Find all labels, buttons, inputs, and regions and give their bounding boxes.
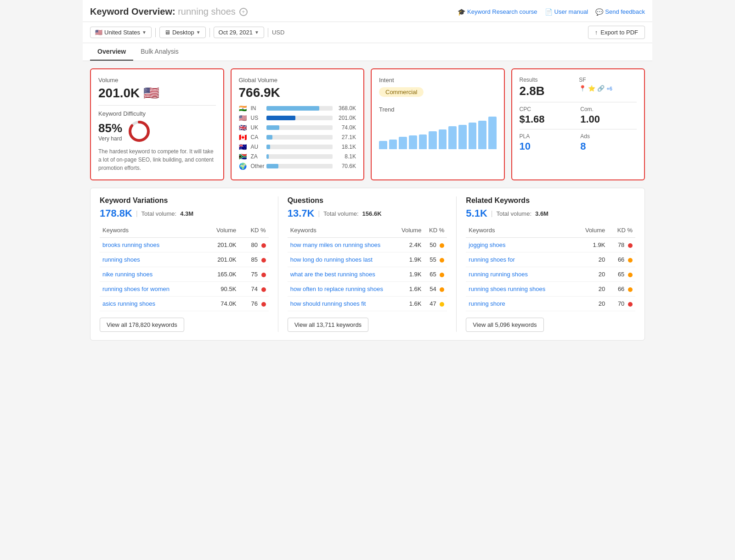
date-selector[interactable]: Oct 29, 2021 ▼ (214, 27, 264, 38)
results-top: Results 2.8B SF 📍 ⭐ 🔗 +6 (520, 77, 637, 98)
results-section: Results 2.8B (520, 77, 577, 98)
user-manual-link[interactable]: 📄 User manual (545, 8, 588, 16)
in-bar-bg (266, 106, 333, 111)
kw-link[interactable]: running shoes for women (102, 286, 170, 292)
kv-col-volume: Volume (203, 225, 239, 238)
pla-value: 10 (520, 140, 576, 152)
uk-val: 74.0K (335, 124, 356, 131)
kd-dot (440, 302, 444, 307)
cpc-value: $1.68 (520, 113, 576, 125)
kd-dot (440, 243, 444, 248)
kw-link[interactable]: brooks running shoes (102, 241, 159, 248)
kd-dot (261, 273, 266, 277)
kv-total-label: Total volume: (141, 210, 177, 217)
trend-bar-1 (379, 141, 387, 149)
kw-link[interactable]: running shoes (102, 256, 140, 263)
kw-link[interactable]: running shoes running shoes (469, 286, 545, 292)
kw-link[interactable]: what are the best running shoes (290, 271, 375, 278)
table-row: how long do running shoes last 1.9K 55 (288, 252, 447, 267)
rk-table: Keywords Volume KD % jogging shoes 1.9K … (466, 225, 635, 311)
location-selector[interactable]: 🇺🇸 United States ▼ (90, 27, 152, 38)
au-bar-bg (266, 145, 333, 149)
device-selector[interactable]: 🖥 Desktop ▼ (159, 27, 206, 38)
za-flag: 🇿🇦 (239, 153, 248, 160)
kw-link[interactable]: running running shoes (469, 271, 528, 278)
kv-total-value: 4.3M (180, 210, 193, 217)
send-feedback-link[interactable]: 💬 Send feedback (595, 8, 645, 16)
kd-dot (261, 258, 266, 263)
in-flag: 🇮🇳 (239, 105, 248, 112)
kd-dot (628, 243, 633, 248)
country-row-uk: 🇬🇧 UK 74.0K (239, 124, 356, 131)
course-icon: 🎓 (458, 8, 465, 16)
q-count-row: 13.7K | Total volume: 156.6K (288, 207, 447, 219)
volume-label: Volume (98, 77, 216, 84)
au-bar-fill (266, 145, 271, 149)
kw-link[interactable]: running shore (469, 300, 505, 307)
country-row-in: 🇮🇳 IN 368.0K (239, 105, 356, 112)
view-all-q-button[interactable]: View all 13,711 keywords (288, 318, 368, 332)
kv-title: Keyword Variations (100, 196, 269, 205)
results-bottom: CPC $1.68 Com. 1.00 (520, 106, 637, 125)
uk-bar-bg (266, 125, 333, 130)
currency-label: USD (272, 29, 284, 36)
table-row: asics running shoes 74.0K 76 (100, 297, 269, 311)
sf-plus-badge: +6 (606, 86, 612, 91)
table-row: how many miles on running shoes 2.4K 50 (288, 238, 447, 252)
global-volume-card: Global Volume 766.9K 🇮🇳 IN 368.0K 🇺🇸 US (231, 68, 365, 180)
rk-count: 5.1K (466, 207, 487, 219)
trend-bar-9 (458, 125, 467, 149)
volume-card: Volume 201.0K 🇺🇸 Keyword Difficulty 85% … (90, 68, 224, 180)
add-keyword-icon[interactable]: + (239, 8, 248, 16)
kw-link[interactable]: nike running shoes (102, 271, 153, 278)
au-flag: 🇦🇺 (239, 143, 248, 151)
table-row: what are the best running shoes 1.9K 65 (288, 267, 447, 282)
header-right: 🎓 Keyword Research course 📄 User manual … (458, 8, 645, 16)
country-list: 🇮🇳 IN 368.0K 🇺🇸 US 201.0K (239, 105, 356, 170)
com-value: 1.00 (580, 113, 637, 125)
view-all-rk-button[interactable]: View all 5,096 keywords (466, 318, 543, 332)
ca-val: 27.1K (335, 134, 356, 140)
keyword-course-link[interactable]: 🎓 Keyword Research course (458, 8, 537, 16)
results-card: Results 2.8B SF 📍 ⭐ 🔗 +6 CPC $1 (511, 68, 645, 180)
other-icon: 🌍 (239, 162, 248, 170)
tab-bulk-analysis[interactable]: Bulk Analysis (133, 43, 186, 61)
kw-link[interactable]: how should running shoes fit (290, 300, 366, 307)
export-pdf-button[interactable]: ↑ Export to PDF (588, 26, 645, 39)
cards-row: Volume 201.0K 🇺🇸 Keyword Difficulty 85% … (90, 68, 645, 180)
manual-icon: 📄 (545, 8, 553, 16)
kw-link[interactable]: how long do running shoes last (290, 256, 373, 263)
us-code: US (251, 115, 264, 121)
related-keywords-section: Related Keywords 5.1K | Total volume: 3.… (457, 196, 635, 332)
tabs: Overview Bulk Analysis (83, 43, 652, 61)
q-col-keywords: Keywords (288, 225, 396, 238)
tab-overview[interactable]: Overview (90, 43, 133, 61)
kw-link[interactable]: how often to replace running shoes (290, 286, 383, 292)
q-total-label: Total volume: (323, 210, 359, 217)
q-pipe: | (318, 210, 320, 217)
us-bar-fill (266, 116, 296, 120)
kw-link[interactable]: running shoes for (469, 256, 514, 263)
uk-bar-fill (266, 125, 280, 130)
kd-badge: Very hard (98, 135, 122, 142)
pla-section: PLA 10 (520, 133, 576, 152)
rk-col-keywords: Keywords (466, 225, 574, 238)
kw-link[interactable]: asics running shoes (102, 300, 155, 307)
volume-value: 201.0K 🇺🇸 (98, 85, 216, 101)
export-icon: ↑ (595, 29, 598, 36)
results-label: Results (520, 77, 577, 83)
ca-flag: 🇨🇦 (239, 134, 248, 141)
intent-card: Intent Commercial Trend (371, 68, 505, 180)
country-row-za: 🇿🇦 ZA 8.1K (239, 153, 356, 160)
us-flag: 🇺🇸 (239, 114, 248, 122)
cpc-label: CPC (520, 106, 576, 112)
pla-label: PLA (520, 133, 576, 140)
view-all-kv-button[interactable]: View all 178,820 keywords (100, 318, 184, 332)
kw-link[interactable]: jogging shoes (469, 241, 505, 248)
other-val: 70.6K (335, 163, 356, 169)
kd-label: Keyword Difficulty (98, 110, 216, 117)
us-val: 201.0K (335, 115, 356, 121)
keyword-variations-section: Keyword Variations 178.8K | Total volume… (100, 196, 278, 332)
kw-link[interactable]: how many miles on running shoes (290, 241, 381, 248)
kd-dot (628, 302, 633, 307)
